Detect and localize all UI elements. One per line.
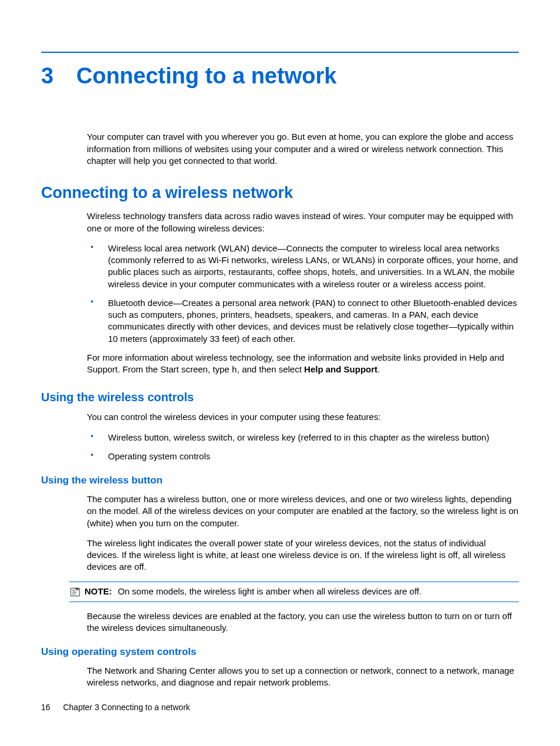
intro-paragraph: Your computer can travel with you wherev… [87,131,519,167]
page-number: 16 [41,703,50,712]
note-content: NOTE:On some models, the wireless light … [85,586,421,597]
text-fragment: . [377,364,380,374]
controls-list: Wireless button, wireless switch, or wir… [87,432,519,463]
controls-intro: You can control the wireless devices in … [87,411,519,423]
list-item: Wireless button, wireless switch, or wir… [87,432,519,443]
page-footer: 16 Chapter 3 Connecting to a network [41,702,190,713]
section-heading-os-controls: Using operating system controls [41,646,519,659]
note-block: NOTE:On some models, the wireless light … [69,582,519,602]
chapter-number: 3 [41,61,76,91]
more-info-paragraph: For more information about wireless tech… [87,352,519,377]
section-heading-wireless-button: Using the wireless button [41,474,519,488]
list-item: Wireless local area network (WLAN) devic… [87,243,519,290]
wireless-device-list: Wireless local area network (WLAN) devic… [87,243,519,345]
footer-text: Chapter 3 Connecting to a network [63,703,190,712]
wireless-button-p3: Because the wireless devices are enabled… [87,610,519,634]
bold-link-text: Help and Support [304,364,377,374]
note-icon [69,586,81,598]
section-heading-wireless-network: Connecting to a wireless network [41,182,519,203]
note-text: On some models, the wireless light is am… [118,586,421,596]
wireless-button-p2: The wireless light indicates the overall… [87,537,519,573]
chapter-separator-rule [41,52,519,53]
list-item: Bluetooth device—Creates a personal area… [87,297,519,345]
wireless-intro: Wireless technology transfers data acros… [87,210,519,234]
note-label: NOTE: [85,586,112,596]
os-controls-p1: The Network and Sharing Center allows yo… [87,665,519,689]
list-item: Operating system controls [87,451,519,462]
text-fragment: , and then select [237,364,304,374]
key-literal: h [232,365,237,375]
section-heading-wireless-controls: Using the wireless controls [41,389,519,405]
chapter-title: Connecting to a network [76,61,336,91]
wireless-button-p1: The computer has a wireless button, one … [87,493,519,529]
chapter-heading: 3 Connecting to a network [41,61,519,91]
